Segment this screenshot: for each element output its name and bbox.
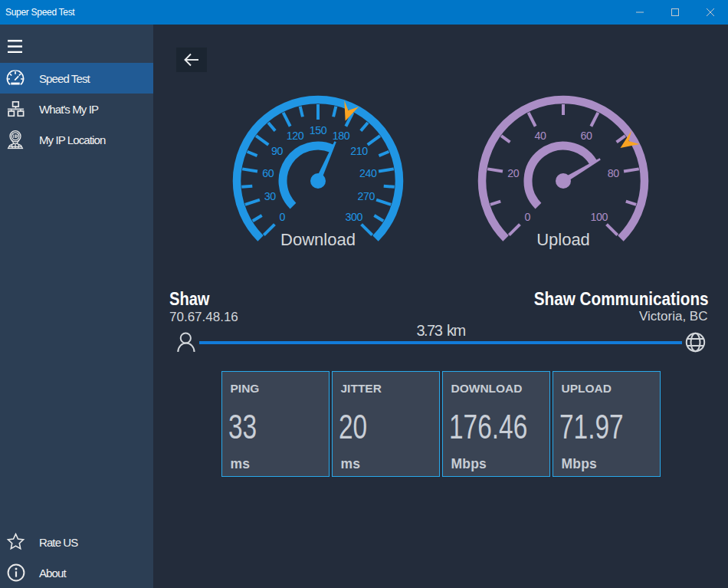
svg-text:60: 60 (262, 167, 274, 179)
svg-text:0: 0 (525, 211, 531, 223)
svg-text:20: 20 (507, 167, 519, 179)
svg-text:80: 80 (608, 167, 619, 179)
svg-text:30: 30 (264, 190, 276, 202)
svg-text:210: 210 (350, 145, 368, 157)
svg-text:240: 240 (359, 167, 377, 179)
svg-text:100: 100 (590, 211, 608, 223)
svg-text:0: 0 (280, 211, 286, 223)
svg-text:40: 40 (535, 130, 546, 142)
svg-text:300: 300 (345, 211, 362, 223)
svg-text:120: 120 (287, 130, 304, 142)
svg-text:60: 60 (580, 130, 592, 142)
svg-text:180: 180 (333, 130, 350, 142)
svg-text:150: 150 (310, 124, 327, 136)
svg-text:270: 270 (358, 190, 375, 202)
svg-text:90: 90 (271, 145, 283, 157)
